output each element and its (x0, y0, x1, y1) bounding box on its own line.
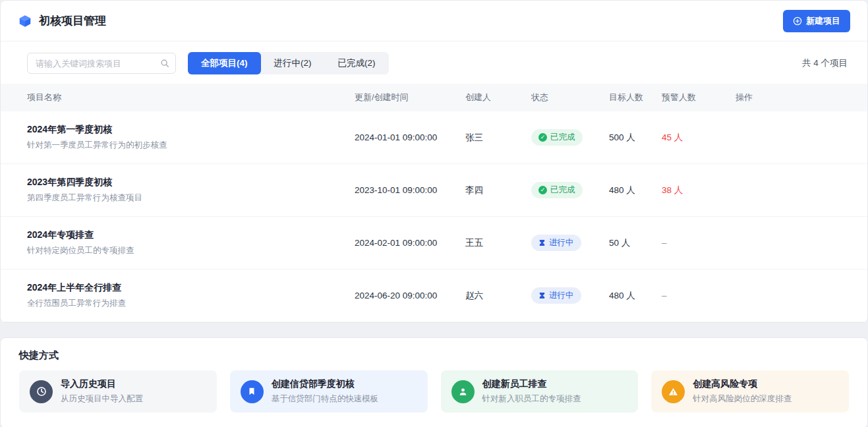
shortcut-title: 创建高风险专项 (693, 378, 792, 390)
row-time: 2023-10-01 09:00:00 (355, 185, 465, 195)
row-status-cell: ✓ 已完成 (531, 129, 609, 146)
column-header-target: 目标人数 (609, 92, 662, 103)
row-creator: 李四 (465, 185, 531, 196)
shortcut-new-employee-screening[interactable]: 创建新员工排查 针对新入职员工的专项排查 (441, 370, 639, 413)
row-creator: 赵六 (465, 290, 531, 302)
shortcuts-row: 导入历史项目 从历史项目中导入配置 创建信贷部季度初核 基于信贷部门特点的快速模… (19, 370, 849, 413)
status-label: 进行中 (549, 237, 574, 248)
column-header-time: 更新/创建时间 (355, 92, 465, 103)
shortcut-text: 创建高风险专项 针对高风险岗位的深度排查 (693, 378, 792, 405)
project-desc: 针对特定岗位员工的专项排查 (27, 245, 355, 256)
table-row: 2024年第一季度初核 针对第一季度员工异常行为的初步核查 2024-01-01… (1, 111, 867, 164)
plus-circle-icon (793, 16, 802, 26)
project-name-cell: 2023年第四季度初核 第四季度员工异常行为核查项目 (27, 177, 355, 204)
row-target: 480 人 (609, 290, 662, 302)
shortcut-title: 导入历史项目 (61, 378, 143, 390)
column-header-status: 状态 (531, 92, 609, 103)
status-badge: ✓ 进行中 (531, 235, 581, 251)
shortcuts-title: 快捷方式 (19, 349, 849, 362)
row-warning: – (662, 291, 667, 300)
row-warning-cell: 45 人 (662, 132, 736, 144)
cube-icon (18, 14, 32, 28)
shortcut-text: 创建信贷部季度初核 基于信贷部门特点的快速模板 (272, 378, 379, 405)
tab-in-progress[interactable]: 进行中(2) (261, 52, 325, 74)
page-title: 初核项目管理 (39, 13, 106, 28)
user-icon (451, 380, 475, 403)
row-actions-cell (736, 185, 848, 195)
column-header-name: 项目名称 (27, 92, 355, 103)
status-badge: ✓ 已完成 (531, 129, 583, 146)
check-circle-icon: ✓ (538, 186, 547, 194)
table-row: 2023年第四季度初核 第四季度员工异常行为核查项目 2023-10-01 09… (1, 164, 867, 217)
shortcuts-panel: 快捷方式 导入历史项目 从历史项目中导入配置 (0, 337, 868, 427)
shortcut-desc: 从历史项目中导入配置 (61, 393, 143, 405)
page-header-left: 初核项目管理 (18, 13, 106, 28)
project-desc: 针对第一季度员工异常行为的初步核查 (27, 140, 355, 151)
row-warning-cell: – (662, 291, 736, 300)
total-count: 共 4 个项目 (802, 57, 848, 69)
page-header: 初核项目管理 新建项目 (1, 1, 867, 42)
row-warning-cell: 38 人 (662, 185, 736, 196)
row-time: 2024-02-01 09:00:00 (355, 238, 465, 248)
shortcut-import-history[interactable]: 导入历史项目 从历史项目中导入配置 (19, 370, 217, 413)
page: 初核项目管理 新建项目 全部项目(4) 进行中(2) (0, 0, 868, 427)
status-label: 已完成 (550, 132, 575, 143)
project-name: 2024年上半年全行排查 (27, 282, 355, 294)
project-name-cell: 2024年专项排查 针对特定岗位员工的专项排查 (27, 229, 355, 256)
tab-all-projects[interactable]: 全部项目(4) (188, 52, 261, 74)
project-name: 2024年专项排查 (27, 229, 355, 241)
search-box (27, 53, 176, 74)
row-status-cell: ✓ 进行中 (531, 287, 609, 304)
project-desc: 第四季度员工异常行为核查项目 (27, 192, 355, 204)
row-creator: 王五 (465, 237, 531, 249)
hourglass-icon (538, 292, 546, 299)
column-header-actions: 操作 (736, 92, 848, 103)
status-badge: ✓ 已完成 (531, 182, 583, 198)
project-name-cell: 2024年上半年全行排查 全行范围员工异常行为排查 (27, 282, 355, 309)
filter-tabs: 全部项目(4) 进行中(2) 已完成(2) (188, 52, 389, 74)
main-panel: 初核项目管理 新建项目 全部项目(4) 进行中(2) (0, 0, 868, 323)
project-name-cell: 2024年第一季度初核 针对第一季度员工异常行为的初步核查 (27, 124, 355, 151)
shortcut-credit-dept-review[interactable]: 创建信贷部季度初核 基于信贷部门特点的快速模板 (230, 370, 428, 413)
new-project-button-label: 新建项目 (806, 15, 840, 27)
shortcut-title: 创建信贷部季度初核 (272, 378, 379, 390)
tab-completed[interactable]: 已完成(2) (325, 52, 389, 74)
row-creator: 张三 (465, 132, 531, 144)
row-time: 2024-06-20 09:00:00 (355, 291, 465, 300)
row-warning: 45 人 (662, 132, 683, 142)
shortcut-title: 创建新员工排查 (482, 378, 581, 390)
status-label: 已完成 (550, 185, 575, 196)
row-status-cell: ✓ 进行中 (531, 235, 609, 251)
row-warning: – (662, 238, 667, 248)
table-row: 2024年上半年全行排查 全行范围员工异常行为排查 2024-06-20 09:… (1, 270, 867, 322)
project-desc: 全行范围员工异常行为排查 (27, 298, 355, 309)
status-badge: ✓ 进行中 (531, 287, 581, 304)
shortcut-desc: 针对高风险岗位的深度排查 (693, 393, 792, 405)
search-icon[interactable] (160, 59, 169, 68)
shortcut-text: 导入历史项目 从历史项目中导入配置 (61, 378, 143, 405)
row-target: 500 人 (609, 132, 662, 144)
column-header-creator: 创建人 (465, 92, 531, 103)
row-time: 2024-01-01 09:00:00 (355, 132, 465, 142)
row-status-cell: ✓ 已完成 (531, 182, 609, 198)
table-row: 2024年专项排查 针对特定岗位员工的专项排查 2024-02-01 09:00… (1, 217, 867, 270)
hourglass-icon (538, 239, 546, 246)
project-name: 2024年第一季度初核 (27, 124, 355, 136)
toolbar: 全部项目(4) 进行中(2) 已完成(2) 共 4 个项目 (1, 42, 867, 84)
clock-icon (30, 380, 53, 403)
row-actions-cell (736, 132, 848, 142)
table-body: 2024年第一季度初核 针对第一季度员工异常行为的初步核查 2024-01-01… (1, 111, 867, 322)
shortcut-desc: 针对新入职员工的专项排查 (482, 393, 581, 405)
check-circle-icon: ✓ (538, 133, 547, 142)
new-project-button[interactable]: 新建项目 (783, 10, 850, 32)
row-warning: 38 人 (662, 185, 683, 195)
shortcut-desc: 基于信贷部门特点的快速模板 (272, 393, 379, 405)
project-name: 2023年第四季度初核 (27, 177, 355, 188)
search-input[interactable] (27, 53, 176, 74)
bookmark-icon (241, 380, 264, 403)
shortcut-text: 创建新员工排查 针对新入职员工的专项排查 (482, 378, 581, 405)
shortcut-high-risk-special[interactable]: 创建高风险专项 针对高风险岗位的深度排查 (651, 370, 849, 413)
row-warning-cell: – (662, 238, 736, 248)
row-target: 50 人 (609, 237, 662, 249)
table-header: 项目名称 更新/创建时间 创建人 状态 目标人数 预警人数 操作 (1, 84, 867, 111)
